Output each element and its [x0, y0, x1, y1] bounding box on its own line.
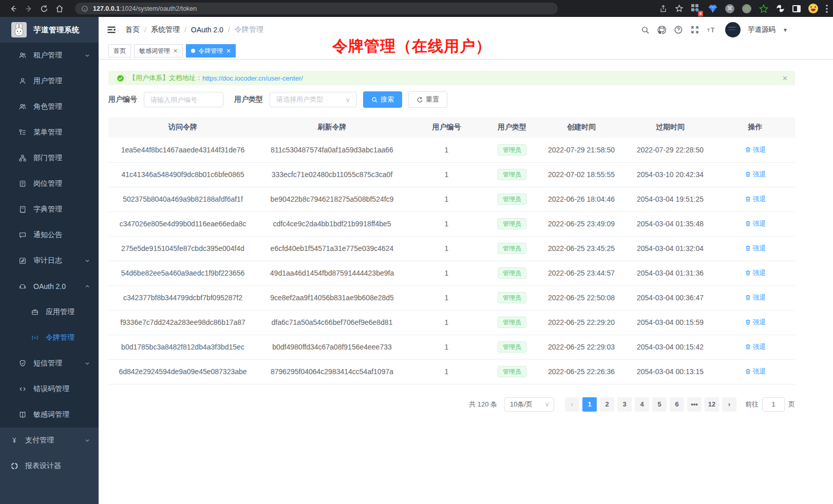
expires-cell: 2054-03-04 19:51:25	[625, 187, 715, 211]
expires-cell: 2054-03-04 01:35:48	[625, 211, 715, 236]
force-logout-link[interactable]: 强退	[745, 195, 766, 204]
page-button-12[interactable]: 12	[705, 397, 719, 412]
sidebar-item-短信管理[interactable]: 短信管理	[0, 351, 99, 376]
sidebar-item-部门管理[interactable]: 部门管理	[0, 145, 99, 171]
page-button-3[interactable]: 3	[617, 397, 632, 412]
force-logout-link[interactable]: 强退	[745, 219, 766, 228]
access-token-cell: 41c41346a548490f9dc8b01c6bfe0865	[108, 162, 257, 187]
user-type-badge: 管理员	[498, 218, 526, 229]
sidebar-item-岗位管理[interactable]: 岗位管理	[0, 171, 99, 197]
sidebar-item-报表设计器[interactable]: 报表设计器	[0, 453, 99, 479]
home-icon[interactable]	[55, 5, 64, 13]
sidebar-item-角色管理[interactable]: 角色管理	[0, 94, 99, 120]
user-avatar[interactable]	[725, 22, 741, 37]
chevron-down-icon	[84, 360, 90, 366]
pinwheel-extension-icon[interactable]	[776, 4, 785, 13]
emoji-extension-icon[interactable]	[808, 4, 818, 13]
tab-home[interactable]: 首页	[108, 44, 131, 57]
goto-page-input[interactable]	[762, 397, 785, 412]
tab-token-management[interactable]: 令牌管理✕	[186, 44, 236, 57]
sidebar-item-敏感词管理[interactable]: 敏感词管理	[0, 402, 99, 428]
font-size-icon[interactable]: TT	[707, 25, 718, 34]
force-logout-link[interactable]: 强退	[745, 367, 766, 376]
breadcrumb-system[interactable]: 系统管理	[151, 25, 180, 34]
force-logout-link[interactable]: 强退	[745, 145, 766, 154]
next-page-button[interactable]: ›	[722, 397, 736, 412]
token-icon: A	[31, 334, 39, 342]
tab-close-icon[interactable]: ✕	[226, 48, 231, 54]
command-extension-icon[interactable]: ⌘	[725, 4, 734, 13]
page-size-select[interactable]: 10条/页 ∨	[504, 397, 554, 412]
page-button-4[interactable]: 4	[635, 397, 649, 412]
prev-page-button[interactable]: ‹	[565, 397, 579, 412]
extension-grid-icon[interactable]: 9	[691, 4, 701, 13]
alert-close-icon[interactable]: ✕	[782, 74, 788, 82]
sidebar-item-令牌管理[interactable]: A令牌管理	[0, 325, 99, 351]
sidebar-item-应用管理[interactable]: 应用管理	[0, 299, 99, 325]
sidebar-item-错误码管理[interactable]: 错误码管理	[0, 376, 99, 402]
page-info-icon[interactable]	[81, 5, 88, 12]
refresh-token-cell: 811c530487574fa0af1a59d3abc1aa66	[257, 138, 407, 162]
user-id-input[interactable]	[144, 92, 223, 107]
help-icon[interactable]	[674, 25, 683, 34]
page-button-1[interactable]: 1	[582, 397, 597, 412]
force-logout-link[interactable]: 强退	[745, 268, 766, 278]
force-logout-link[interactable]: 强退	[745, 293, 766, 302]
collapse-sidebar-icon[interactable]	[106, 25, 117, 35]
sidebar-filler	[0, 479, 99, 504]
gem-extension-icon[interactable]	[708, 5, 717, 13]
address-bar[interactable]: 127.0.0.1:1024/system/oauth2/token	[75, 3, 558, 14]
sidebar-item-租户管理[interactable]: 租户管理	[0, 43, 99, 68]
github-icon[interactable]	[657, 25, 667, 35]
sidebar-item-通知公告[interactable]: 通知公告	[0, 222, 99, 248]
sidebar-item-菜单管理[interactable]: 菜单管理	[0, 120, 99, 145]
sidebar-item-字典管理[interactable]: 字典管理	[0, 197, 99, 222]
created-cell: 2022-06-25 23:45:25	[538, 236, 625, 261]
force-logout-link[interactable]: 强退	[745, 342, 766, 352]
sidebar-item-支付管理[interactable]: 支付管理	[0, 428, 99, 453]
sidebar-item-label: 错误码管理	[33, 384, 69, 394]
access-token-cell: 1ea5e44f8bc1467aaede43144f31de76	[108, 138, 257, 162]
refresh-token-cell: dfa6c71a50a54c66bef706ef9e6e8d81	[257, 310, 407, 335]
notice-icon	[18, 231, 27, 239]
action-cell: 强退	[715, 187, 795, 211]
forward-icon[interactable]	[25, 5, 33, 13]
force-logout-link[interactable]: 强退	[745, 170, 766, 179]
page-button-2[interactable]: 2	[600, 397, 614, 412]
user-name[interactable]: 芋道源码	[748, 25, 775, 34]
dot-extension-icon[interactable]	[742, 4, 751, 13]
sidebar-item-label: 菜单管理	[33, 128, 62, 137]
search-button[interactable]: 搜索	[363, 91, 402, 108]
trash-icon	[745, 220, 751, 227]
chrome-menu-icon[interactable]	[826, 5, 828, 13]
star-extension-icon[interactable]	[759, 4, 768, 13]
share-icon[interactable]	[659, 5, 667, 13]
force-logout-link[interactable]: 强退	[745, 244, 766, 253]
user-type-select[interactable]: 请选择用户类型 ∨	[270, 92, 357, 107]
sidebar-item-label: 支付管理	[25, 436, 54, 445]
sidebar-item-审计日志[interactable]: 审计日志	[0, 248, 99, 274]
force-logout-link[interactable]: 强退	[745, 318, 766, 327]
more-pages-button[interactable]: •••	[687, 397, 702, 412]
reload-icon[interactable]	[40, 5, 48, 13]
tab-close-icon[interactable]: ✕	[173, 48, 178, 54]
fullscreen-icon[interactable]	[690, 25, 699, 34]
page-button-6[interactable]: 6	[670, 397, 684, 412]
user-caret-icon[interactable]: ▼	[783, 27, 788, 33]
sidebar-item-OAuth 2.0[interactable]: OAuth 2.0	[0, 274, 99, 299]
trash-icon	[745, 319, 751, 325]
breadcrumb-oauth[interactable]: OAuth 2.0	[191, 26, 223, 34]
breadcrumb-home[interactable]: 首页	[125, 25, 140, 34]
tab-sensitive-words[interactable]: 敏感词管理✕	[134, 44, 183, 57]
bookmark-star-icon[interactable]	[675, 4, 684, 13]
user-type-cell: 管理员	[486, 359, 538, 384]
search-icon[interactable]	[641, 26, 650, 34]
side-panel-icon[interactable]	[792, 5, 801, 12]
sidebar-item-用户管理[interactable]: 用户管理	[0, 68, 99, 94]
user-type-cell: 管理员	[486, 211, 538, 236]
back-icon[interactable]	[9, 5, 17, 13]
page-button-5[interactable]: 5	[652, 397, 667, 412]
reset-button[interactable]: 重置	[408, 91, 447, 108]
alert-doc-link[interactable]: https://doc.iocoder.cn/user-center/	[202, 74, 303, 82]
user-type-cell: 管理员	[486, 335, 538, 359]
